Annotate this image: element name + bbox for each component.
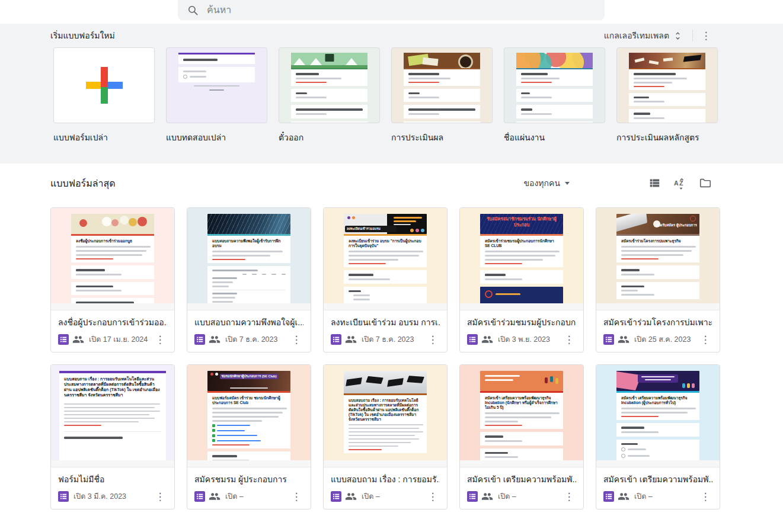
opened-date: เปิด 7 ธ.ค. 2023 xyxy=(362,334,414,345)
opened-date: เปิด 17 เม.ย. 2024 xyxy=(89,334,148,345)
template-thumbnail-course-evaluation[interactable] xyxy=(616,47,718,123)
template-thumbnail-assessment[interactable] xyxy=(391,47,493,123)
thumb-banner-text: รับสมัครสมาชิกชมรมร่วม นักศึกษาผู้ประกอบ xyxy=(484,216,560,228)
list-view-button[interactable] xyxy=(647,175,662,191)
form-menu-button[interactable]: ⋮ xyxy=(698,489,712,504)
template-thumbnail-exit-ticket[interactable] xyxy=(279,47,380,123)
form-thumbnail-3: ลงทะเบียนเข้าร่วมอบรม ลงทะเบียนเข้าร่วม … xyxy=(324,208,447,310)
form-menu-button[interactable]: ⋮ xyxy=(698,332,712,347)
forms-icon xyxy=(331,334,341,345)
form-title: สมัครเข้าร่วมโครงการบ่มเพาะ... xyxy=(603,316,712,329)
template-label: การประเมินผล xyxy=(391,131,493,144)
graduation-cap xyxy=(683,55,702,62)
template-section-header: เริ่มแบบฟอร์มใหม่ แกลเลอรีเทมเพลต ⋮ xyxy=(50,26,713,45)
form-title: ฟอร์มไม่มีชื่อ xyxy=(58,473,167,486)
search-icon xyxy=(187,5,199,16)
template-card-exit-ticket: ตั๋วออก xyxy=(279,47,380,144)
form-card-7[interactable]: ชมรมนักศึกษาผู้ประกอบการ (SE Club) แบบฟอ… xyxy=(187,364,311,509)
forms-icon xyxy=(603,491,614,502)
open-file-picker-button[interactable] xyxy=(698,175,713,191)
folder-icon xyxy=(699,177,712,190)
form-thumbnail-5: เปิดรับสมัคร ผู้ประกอบการ สมัครเข้าร่วมโ… xyxy=(596,208,720,310)
form-title: ลงชื่อผู้ประกอบการเข้าร่วมออ... xyxy=(58,316,167,329)
form-menu-button[interactable]: ⋮ xyxy=(153,489,167,504)
shared-people-icon xyxy=(618,334,629,345)
form-menu-button[interactable]: ⋮ xyxy=(289,489,303,504)
form-menu-button[interactable]: ⋮ xyxy=(153,332,167,347)
form-card-1[interactable]: ลงชื่อผู้ประกอบการเข้าร่วมออกบูธ ลงชื่อผ… xyxy=(50,207,175,352)
shared-people-icon xyxy=(618,491,629,502)
shared-people-icon xyxy=(209,491,220,502)
thumb-banner-text: ลงทะเบียนเข้าร่วมอบรม xyxy=(347,227,395,231)
forms-icon xyxy=(331,491,341,502)
opened-date: เปิด 3 พ.ย. 2023 xyxy=(498,334,550,345)
form-menu-button[interactable]: ⋮ xyxy=(562,489,576,504)
opened-date: เปิด – xyxy=(362,491,380,502)
template-label: ชื่อแผ่นงาน xyxy=(504,131,605,144)
form-card-9[interactable]: สมัครเข้า เตรียมความพร้อมพัฒนาธุรกิจ Inc… xyxy=(459,364,584,509)
form-card-2[interactable]: แบบสอบถามความพึงพอใจผู้เข้ารับการฝึกอบรม xyxy=(187,207,311,352)
template-thumbnail-blank-quiz[interactable] xyxy=(166,47,267,123)
owner-filter-dropdown[interactable]: ของทุกคน xyxy=(523,174,571,192)
template-label: การประเมินผลหลักสูตร xyxy=(616,131,718,144)
template-label: แบบฟอร์มเปล่า xyxy=(53,131,155,144)
template-row: แบบฟอร์มเปล่า แบบทดสอบเปล่า xyxy=(53,47,718,144)
form-title: แบบสอบถามความพึงพอใจผู้เ... xyxy=(194,316,303,329)
opened-date: เปิด 7 ธ.ค. 2023 xyxy=(225,334,277,345)
form-title: สมัครเข้าร่วมชมรมผู้ประกอบก... xyxy=(467,316,576,329)
form-menu-button[interactable]: ⋮ xyxy=(289,332,303,347)
form-card-8[interactable]: แบบสอบถาม เรื่อง : การยอมรับเทคโนโลยีและ… xyxy=(323,364,448,509)
form-thumbnail-2: แบบสอบถามความพึงพอใจผู้เข้ารับการฝึกอบรม xyxy=(187,208,311,310)
forms-icon xyxy=(58,491,69,502)
form-title: แบบสอบถาม เรื่อง : การยอมรั... xyxy=(331,473,440,486)
template-section-menu-button[interactable]: ⋮ xyxy=(699,28,713,43)
opened-date: เปิด – xyxy=(498,491,516,502)
shared-people-icon xyxy=(209,334,220,345)
form-card-5[interactable]: เปิดรับสมัคร ผู้ประกอบการ สมัครเข้าร่วมโ… xyxy=(596,207,720,352)
shared-people-icon xyxy=(481,334,493,345)
template-card-worksheet: ชื่อแผ่นงาน xyxy=(504,47,605,144)
svg-text:A: A xyxy=(673,180,678,187)
form-thumbnail-6: แบบสอบถาม เรื่อง : การยอมรับเทคโนโลยีและ… xyxy=(51,365,174,467)
form-thumbnail-8: แบบสอบถาม เรื่อง : การยอมรับเทคโนโลยีและ… xyxy=(324,365,447,467)
forms-icon xyxy=(467,334,478,345)
form-card-10[interactable]: สมัครเข้า เตรียมความพร้อมพัฒนาธุรกิจ Inc… xyxy=(596,364,720,509)
list-view-icon xyxy=(648,177,661,190)
shared-people-icon xyxy=(72,334,84,345)
template-thumbnail-blank-form[interactable] xyxy=(53,47,155,123)
shared-people-icon xyxy=(345,334,357,345)
opened-date: เปิด 3 มี.ค. 2023 xyxy=(73,491,126,502)
sort-az-button[interactable]: A Z xyxy=(672,175,688,191)
template-label: ตั๋วออก xyxy=(279,131,380,144)
form-thumbnail-1: ลงชื่อผู้ประกอบการเข้าร่วมออกบูธ xyxy=(51,208,174,310)
search-input[interactable] xyxy=(207,5,595,16)
shared-people-icon xyxy=(481,491,493,502)
form-menu-button[interactable]: ⋮ xyxy=(426,332,440,347)
form-title: สมัครเข้า เตรียมความพร้อมพั... xyxy=(603,473,712,486)
unfold-more-icon xyxy=(673,31,683,41)
form-thumbnail-7: ชมรมนักศึกษาผู้ประกอบการ (SE Club) แบบฟอ… xyxy=(187,365,311,467)
thumb-banner-text: ชมรมนักศึกษาผู้ประกอบการ (SE Club) xyxy=(221,374,277,379)
form-card-6[interactable]: แบบสอบถาม เรื่อง : การยอมรับเทคโนโลยีและ… xyxy=(50,364,175,509)
opened-date: เปิด – xyxy=(634,491,653,502)
form-menu-button[interactable]: ⋮ xyxy=(426,489,440,504)
divider xyxy=(692,30,693,41)
form-menu-button[interactable]: ⋮ xyxy=(562,332,576,347)
form-card-4[interactable]: รับสมัครสมาชิกชมรมร่วม นักศึกษาผู้ประกอบ… xyxy=(459,207,584,352)
chevron-down-icon xyxy=(565,182,570,185)
opened-date: เปิด – xyxy=(225,491,244,502)
recent-forms-title: แบบฟอร์มล่าสุด xyxy=(50,176,116,191)
coffee-cup xyxy=(458,55,473,68)
hiking-sign xyxy=(325,54,334,62)
form-title: สมัครชมรม ผู้ประกอบการ xyxy=(194,473,303,486)
template-thumbnail-worksheet[interactable] xyxy=(504,47,605,123)
form-thumbnail-10: สมัครเข้า เตรียมความพร้อมพัฒนาธุรกิจ Inc… xyxy=(596,365,720,467)
forms-icon xyxy=(467,491,478,502)
owner-filter-label: ของทุกคน xyxy=(524,177,560,190)
laptop-illustration xyxy=(616,214,647,232)
template-card-course-evaluation: การประเมินผลหลักสูตร xyxy=(616,47,718,144)
search-bar[interactable] xyxy=(178,0,605,20)
template-gallery-button[interactable]: แกลเลอรีเทมเพลต xyxy=(600,27,686,44)
form-card-3[interactable]: ลงทะเบียนเข้าร่วมอบรม ลงทะเบียนเข้าร่วม … xyxy=(323,207,448,352)
template-card-blank-form: แบบฟอร์มเปล่า xyxy=(53,47,155,144)
